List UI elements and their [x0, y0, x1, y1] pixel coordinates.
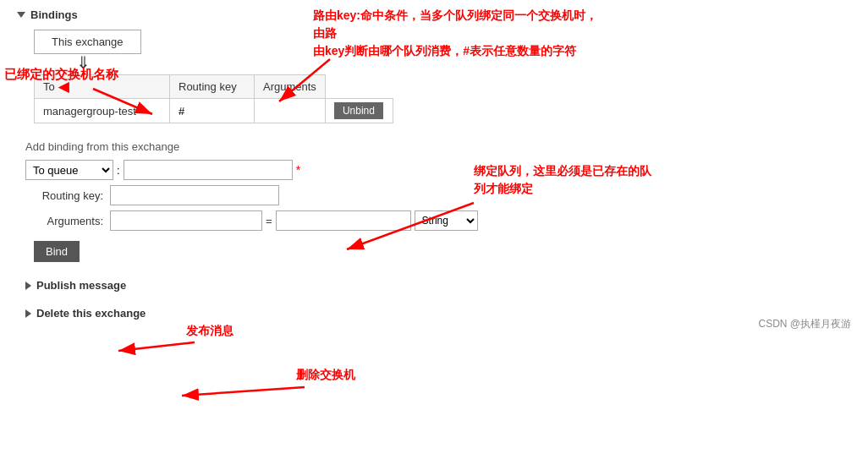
arguments-row: Arguments: = String Number Boolean — [25, 210, 851, 231]
exchange-box: This exchange — [34, 30, 141, 54]
delete-arrow — [169, 379, 313, 404]
cell-routing-key: # — [170, 99, 255, 123]
bindings-title: Bindings — [30, 8, 78, 21]
arguments-inputs: = String Number Boolean — [110, 210, 478, 231]
delete-annotation: 删除交换机 — [296, 367, 355, 382]
svg-line-7 — [118, 342, 195, 351]
required-star: * — [296, 163, 300, 177]
delete-exchange-label: Delete this exchange — [36, 307, 146, 320]
cell-to: managergroup-test — [35, 99, 170, 123]
delete-exchange-header[interactable]: Delete this exchange — [25, 303, 851, 323]
publish-message-section: Publish message — [25, 276, 851, 295]
queue-name-input[interactable] — [124, 160, 293, 180]
type-select[interactable]: String Number Boolean — [415, 210, 478, 231]
cell-arguments — [255, 99, 326, 123]
arguments-value-input[interactable] — [276, 210, 411, 231]
routing-key-row: Routing key: — [25, 185, 851, 205]
expand-delete-icon — [25, 309, 31, 318]
publish-message-header[interactable]: Publish message — [25, 276, 851, 295]
add-binding-title: Add binding from this exchange — [25, 140, 851, 153]
publish-annotation: 发布消息 — [186, 323, 233, 338]
col-header-routing-key: Routing key — [170, 75, 255, 99]
cell-action: Unbind — [325, 99, 393, 123]
to-queue-select[interactable]: To queue To exchange — [25, 160, 113, 180]
col-header-arguments: Arguments — [255, 75, 326, 99]
routing-key-input[interactable] — [110, 185, 279, 205]
exchange-name-annotation: 已绑定的交换机名称 — [4, 66, 118, 83]
add-binding-section: Add binding from this exchange To queue … — [25, 140, 851, 262]
watermark: CSDN @执槿月夜游 — [758, 317, 851, 331]
svg-line-9 — [182, 387, 305, 396]
arguments-key-input[interactable] — [110, 210, 262, 231]
bind-queue-annotation: 绑定队列，这里必须是已存在的队列才能绑定 — [474, 162, 651, 198]
arguments-label: Arguments: — [25, 215, 110, 227]
col-header-action — [325, 75, 393, 99]
colon-label: : — [117, 164, 120, 177]
delete-exchange-section: Delete this exchange — [25, 303, 851, 323]
unbind-button[interactable]: Unbind — [334, 102, 383, 119]
table-row: managergroup-test#Unbind — [35, 99, 393, 123]
to-queue-row: To queue To exchange : * — [25, 160, 851, 180]
collapse-triangle-icon — [17, 12, 25, 18]
publish-message-label: Publish message — [36, 279, 126, 292]
equals-sign: = — [266, 215, 272, 227]
expand-icon — [25, 281, 31, 290]
routing-key-label: Routing key: — [25, 189, 110, 202]
bind-button[interactable]: Bind — [34, 241, 80, 262]
routing-key-annotation: 路由key:命中条件，当多个队列绑定同一个交换机时，由路由key判断由哪个队列消… — [313, 7, 601, 60]
